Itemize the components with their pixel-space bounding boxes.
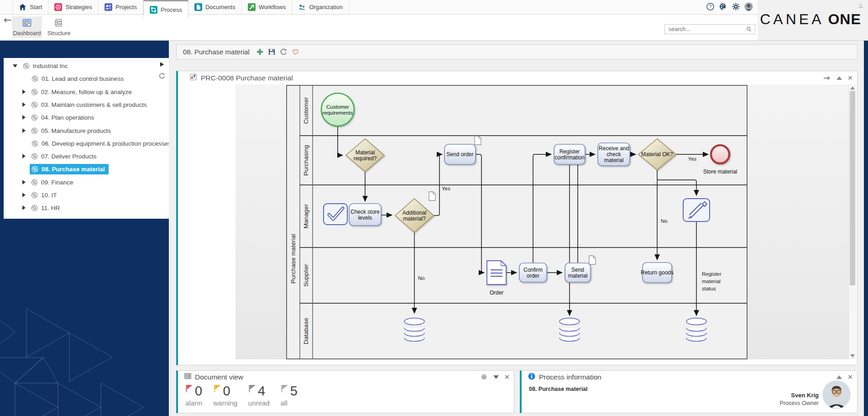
help-icon[interactable]: ?: [706, 2, 715, 11]
table-icon: [184, 373, 191, 381]
owner-role: Process Owner: [780, 400, 819, 406]
tab-label: Process: [161, 6, 182, 13]
tree-expander-closed-icon[interactable]: [22, 90, 26, 94]
process-node-icon: [31, 153, 38, 160]
tree-expander-open-icon[interactable]: [13, 64, 17, 68]
process-node-icon: [31, 101, 38, 108]
sidebar-item-04-plan-operations[interactable]: 04. Plan operations: [22, 111, 98, 124]
counter-value: 0: [195, 384, 202, 398]
icon-check-task[interactable]: [324, 204, 347, 225]
collapse-up-icon[interactable]: [837, 375, 842, 379]
doc-order[interactable]: [487, 261, 506, 284]
sidebar-item-11-hr[interactable]: 11. HR: [22, 201, 63, 214]
node-label: Materialrequired?: [354, 149, 377, 162]
process-node-icon: [31, 114, 38, 121]
counter-value: 0: [223, 384, 230, 398]
close-icon[interactable]: ×: [848, 74, 852, 82]
tree-expander-closed-icon[interactable]: [22, 193, 26, 197]
bpmn-diagram[interactable]: CustomerPurchasingManagerSupplierDatabas…: [235, 84, 848, 359]
tree-expand-arrow-icon[interactable]: [160, 62, 164, 67]
sidebar-item-06-develop-equipment-production-processes[interactable]: 06. Develop equipment & production proce…: [22, 137, 169, 150]
node-label: Customerrequirements: [322, 104, 353, 116]
process-icon: [150, 6, 157, 14]
ribbon-button-structure[interactable]: Structure: [44, 16, 74, 38]
close-icon[interactable]: ×: [505, 373, 509, 381]
scroll-down-icon[interactable]: [850, 354, 855, 358]
tree-expander-closed-icon[interactable]: [22, 154, 26, 158]
favorite-heart-icon[interactable]: [292, 48, 299, 56]
widget-settings-gear-icon[interactable]: [481, 374, 487, 380]
tab-documents[interactable]: Documents: [188, 0, 242, 14]
organization-icon: [298, 3, 306, 11]
ribbon-button-dashboard[interactable]: Dashboard: [12, 16, 42, 38]
projects-icon: [105, 3, 112, 11]
sidebar-item-08-purchase-material[interactable]: 08. Purchase material: [22, 163, 109, 175]
counter-label: warning: [214, 399, 238, 407]
sidebar-item-01-lead-and-control-business[interactable]: 01. Lead and control business: [22, 72, 127, 85]
ribbon-bar: ← DashboardStructure: [0, 15, 758, 41]
tab-label: Projects: [115, 4, 137, 11]
sidebar-item-03-maintain-customers-sell-products[interactable]: 03. Maintain customers & sell products: [22, 98, 151, 111]
scrollbar-thumb[interactable]: [850, 91, 855, 285]
back-arrow-button[interactable]: ←: [4, 15, 12, 26]
sidebar-item-02-measure-follow-up-analyze[interactable]: 02. Measure, follow up & analyze: [22, 85, 136, 98]
canea-one-logo: CANEA ONE: [758, 11, 863, 28]
scroll-up-icon[interactable]: [850, 86, 855, 90]
settings-gear-icon[interactable]: [732, 2, 740, 11]
tab-strategies[interactable]: Strategies: [48, 0, 99, 14]
tab-label: Start: [30, 4, 42, 11]
close-icon[interactable]: ×: [848, 373, 852, 381]
tab-process[interactable]: Process: [143, 0, 188, 18]
theme-palette-icon[interactable]: [719, 2, 727, 11]
tree-expander-closed-icon[interactable]: [22, 102, 26, 107]
expand-down-icon[interactable]: [493, 375, 499, 379]
counter-unread[interactable]: 4unread: [248, 384, 270, 407]
refresh-icon[interactable]: [280, 48, 288, 56]
structure-icon: [54, 18, 63, 29]
sidebar-item-07-deliver-products[interactable]: 07. Deliver Products: [22, 150, 100, 163]
collapse-window-icon[interactable]: △: [859, 2, 863, 8]
tree-item-label: Industrial Inc: [33, 63, 68, 69]
counter-alarm[interactable]: 0alarm: [185, 384, 203, 407]
tab-label: Workflows: [259, 4, 286, 11]
tree-expander-closed-icon[interactable]: [22, 180, 26, 184]
canea-one-app: { "topbar": { "tabs": [ {"id":"start","l…: [0, 0, 868, 416]
tree-expander-closed-icon[interactable]: [22, 115, 26, 120]
sidebar-item-09-finance[interactable]: 09. Finance: [22, 176, 77, 189]
user-avatar[interactable]: [744, 2, 753, 11]
icon-register-edit[interactable]: [683, 199, 710, 221]
documents-icon: [194, 3, 202, 11]
toolbar-title: 08. Purchase material: [183, 48, 250, 56]
search-input[interactable]: [665, 26, 746, 32]
add-plus-icon[interactable]: [256, 48, 264, 56]
sidebar-item-10-it[interactable]: 10. IT: [22, 189, 61, 201]
tree-expander-closed-icon[interactable]: [22, 128, 26, 133]
ribbon-button-label: Dashboard: [13, 30, 41, 37]
end-store-material[interactable]: [711, 145, 729, 163]
collapse-up-icon[interactable]: [837, 76, 842, 80]
counter-label: all: [281, 399, 288, 407]
diagram-vertical-scrollbar[interactable]: [848, 84, 857, 359]
counter-all[interactable]: 5all: [281, 384, 298, 407]
tab-workflows[interactable]: Workflows: [242, 0, 293, 14]
search-icon[interactable]: [746, 26, 755, 32]
tree-refresh-icon[interactable]: [158, 72, 166, 81]
tab-start[interactable]: Start: [12, 0, 48, 14]
save-icon[interactable]: [268, 48, 276, 56]
tree-expander-closed-icon[interactable]: [22, 205, 26, 210]
svg-text:?: ?: [709, 4, 712, 9]
flow-label: No: [418, 275, 425, 281]
sidebar-item-industrial-inc[interactable]: Industrial Inc: [13, 59, 72, 72]
lane-label-customer: Customer: [303, 97, 309, 124]
tab-organization[interactable]: Organization: [292, 0, 349, 14]
tree-item-label: 09. Finance: [41, 179, 73, 186]
process-name: 08. Purchase material: [522, 383, 857, 392]
owner-avatar: [822, 380, 851, 409]
flag-icon: [248, 384, 256, 395]
dashboard-icon: [22, 18, 31, 29]
counter-warning[interactable]: 0warning: [214, 384, 238, 407]
tab-projects[interactable]: Projects: [99, 0, 143, 14]
sidebar-item-05-manufacture-products[interactable]: 05. Manufacture products: [22, 124, 115, 137]
open-arrow-icon[interactable]: [823, 75, 831, 81]
tree-item-label: 01. Lead and control business: [42, 75, 124, 82]
